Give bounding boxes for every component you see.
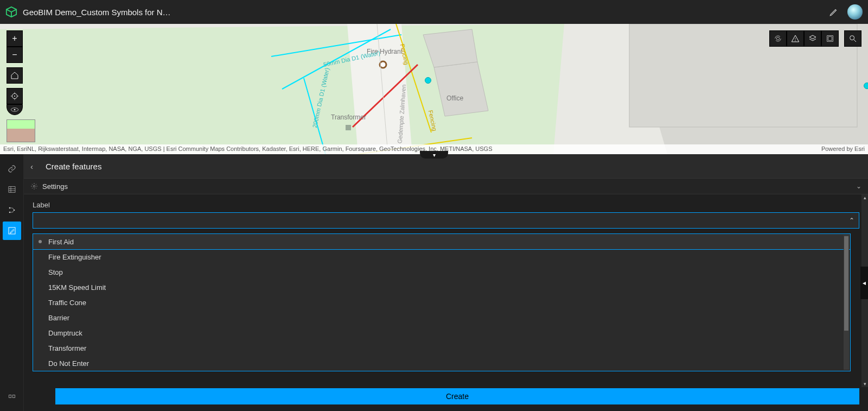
panel-body: ‹ Create features Settings ⌄ Label ⌃ Fir…: [24, 154, 868, 411]
branch-icon: [8, 206, 16, 214]
settings-label: Settings: [42, 182, 68, 191]
app-logo-icon: [5, 6, 17, 18]
home-button[interactable]: [7, 67, 23, 84]
dropdown-option-label: 15KM Speed Limit: [48, 283, 106, 292]
field-label: Label: [33, 201, 859, 209]
dropdown-option[interactable]: Traffic Cone: [33, 295, 850, 310]
svg-point-25: [776, 37, 779, 40]
svg-rect-29: [828, 37, 832, 41]
powered-by-text: Powered by Esri: [821, 146, 865, 153]
chevron-up-icon: ⌃: [849, 217, 854, 224]
scrollbar-thumb[interactable]: [844, 236, 848, 331]
dropdown-option-label: Transformer: [48, 344, 86, 352]
basemap-button[interactable]: [821, 30, 839, 47]
map-viewport[interactable]: Fire Hydrant Transformer Office 50mm Dia…: [0, 24, 868, 154]
create-features-header: ‹ Create features: [24, 154, 868, 178]
dropdown-option-label: Barrier: [48, 314, 69, 322]
zoom-out-button[interactable]: −: [7, 47, 23, 63]
layers-button[interactable]: [804, 30, 821, 47]
side-expand-toggle[interactable]: ◂: [860, 267, 868, 299]
dropdown-option-label: First Aid: [48, 238, 74, 246]
dropdown-option-label: Stop: [48, 268, 63, 276]
map-drawing: [0, 24, 868, 154]
top-bar: GeoBIM Demo_Custom Symbols for N…: [0, 0, 868, 24]
tab-link[interactable]: [3, 160, 21, 178]
panel-vertical-tabs: [0, 154, 24, 411]
map-tools-right: [769, 30, 861, 47]
dropdown-option-label: Traffic Cone: [48, 299, 86, 307]
dropdown-option-label: Do Not Enter: [48, 359, 89, 368]
pencil-icon[interactable]: [829, 7, 839, 17]
attribution-text: Esri, EsriNL, Rijkswaterstaat, Intermap,…: [3, 146, 492, 153]
eye-icon: [10, 107, 19, 112]
create-button[interactable]: Create: [55, 388, 859, 404]
tab-table[interactable]: [3, 180, 21, 199]
label-dropdown-list: First Aid Fire Extinguisher Stop 15KM Sp…: [33, 233, 851, 371]
user-avatar[interactable]: [847, 4, 863, 20]
dropdown-option[interactable]: 15KM Speed Limit: [33, 280, 850, 295]
edit-square-icon: [8, 226, 16, 235]
label-dropdown[interactable]: ⌃: [33, 212, 859, 229]
svg-line-31: [854, 40, 856, 42]
link-icon: [8, 165, 16, 173]
svg-rect-28: [827, 36, 833, 42]
orbit-icon: [774, 34, 782, 43]
svg-point-27: [795, 40, 795, 41]
svg-point-24: [14, 109, 16, 111]
basemap-thumbnail[interactable]: [7, 119, 35, 142]
svg-point-42: [33, 185, 35, 187]
chevron-down-icon: ⌄: [856, 182, 861, 190]
locate-button[interactable]: [7, 88, 23, 104]
dropdown-option[interactable]: Dumptruck: [33, 325, 850, 340]
back-chevron-icon[interactable]: ‹: [30, 162, 41, 171]
dropdown-scrollbar[interactable]: [844, 235, 849, 370]
svg-point-38: [13, 210, 15, 211]
app-title: GeoBIM Demo_Custom Symbols for N…: [23, 8, 171, 17]
svg-point-30: [850, 36, 854, 40]
dropdown-option[interactable]: Transformer: [33, 340, 850, 356]
expand-icon: [8, 392, 16, 401]
svg-rect-40: [9, 395, 11, 397]
tab-branch[interactable]: [3, 201, 21, 219]
zoom-in-button[interactable]: +: [7, 30, 23, 47]
scroll-down-icon[interactable]: ▾: [861, 381, 868, 387]
settings-row[interactable]: Settings ⌄: [24, 178, 868, 194]
locate-icon: [10, 92, 19, 100]
svg-rect-15: [346, 125, 351, 130]
svg-point-18: [14, 96, 15, 97]
dropdown-option[interactable]: Do Not Enter: [33, 356, 850, 371]
tab-edit[interactable]: [3, 222, 21, 240]
form-area: Label ⌃ First Aid Fire Extinguisher Stop…: [24, 194, 868, 411]
dropdown-option-label: Fire Extinguisher: [48, 253, 101, 261]
dropdown-option-label: Dumptruck: [48, 329, 82, 337]
basemap-icon: [826, 34, 834, 43]
map-marker-cyan-edge: [864, 83, 868, 89]
bottom-panel: ‹ Create features Settings ⌄ Label ⌃ Fir…: [0, 154, 868, 411]
layers-icon: [808, 34, 817, 43]
gear-icon: [30, 182, 38, 190]
dropdown-option[interactable]: Fire Extinguisher: [33, 249, 850, 264]
view-toggle-button[interactable]: [7, 104, 23, 115]
hazard-button[interactable]: [787, 30, 804, 47]
warning-icon: [791, 34, 800, 43]
svg-point-36: [9, 207, 10, 209]
home-icon: [10, 71, 19, 80]
panel-title: Create features: [46, 162, 101, 171]
map-marker-cyan: [425, 77, 431, 84]
map-tools-left: + −: [7, 30, 23, 142]
svg-rect-41: [12, 395, 15, 397]
search-icon: [848, 34, 857, 43]
panel-collapse-toggle[interactable]: ▾: [420, 151, 448, 159]
tab-expand[interactable]: [3, 387, 21, 406]
dropdown-option[interactable]: Stop: [33, 264, 850, 280]
table-icon: [8, 185, 16, 194]
scroll-up-icon[interactable]: ▴: [861, 194, 868, 201]
search-button[interactable]: [844, 30, 861, 47]
svg-rect-32: [9, 187, 15, 193]
svg-point-37: [9, 212, 10, 213]
navigate-around-button[interactable]: [769, 30, 787, 47]
dropdown-option[interactable]: First Aid: [33, 234, 850, 249]
dropdown-option[interactable]: Barrier: [33, 310, 850, 325]
